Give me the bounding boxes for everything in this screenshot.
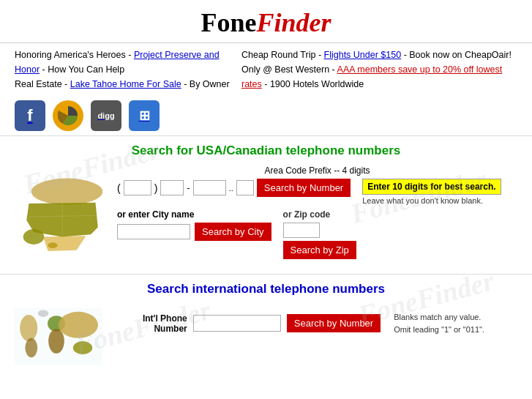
ext-input[interactable] bbox=[236, 180, 254, 195]
usa-section-title: Search for USA/Canadian telephone number… bbox=[15, 143, 517, 158]
intl-note-line3: Omit leading bbox=[394, 325, 439, 334]
facebook-icon: f bbox=[15, 100, 45, 131]
zip-group: or Zip code Search by Zip bbox=[283, 209, 356, 259]
intl-phone-input[interactable] bbox=[193, 315, 281, 332]
number-input[interactable] bbox=[193, 180, 226, 195]
usa-section: FoneFinder FoneFinder Search for USA/Can… bbox=[0, 135, 532, 271]
leave-tip: Leave what you don't know blank. bbox=[362, 196, 483, 205]
city-input-row: Search by City bbox=[117, 223, 271, 241]
digg-icon: digg bbox=[91, 100, 121, 131]
phone-label: Area Code Prefix -- 4 digits bbox=[117, 165, 517, 176]
intl-note: Blanks match any value. Omit leading "1"… bbox=[394, 311, 484, 335]
pie-chart-icon bbox=[53, 100, 83, 131]
ad-left-1: Honoring America's Heroes - Project Pres… bbox=[15, 48, 241, 77]
svg-point-11 bbox=[20, 315, 37, 341]
phone-and-tip: ( ) - .. Search by Number Enter 10 digit… bbox=[117, 179, 517, 205]
svg-point-9 bbox=[59, 312, 98, 338]
ads-right: Cheap Round Trip - Flights Under $150 - … bbox=[241, 48, 517, 92]
intl-label-line1: Int'l Phone bbox=[143, 313, 187, 324]
city-label: or enter City name bbox=[117, 209, 271, 220]
phone-row: ( ) - .. Search by Number bbox=[117, 179, 351, 197]
search-by-zip-btn[interactable]: Search by Zip bbox=[283, 241, 356, 259]
zip-label: or Zip code bbox=[283, 209, 356, 220]
svg-point-8 bbox=[48, 329, 64, 354]
intl-phone-label: Int'l Phone Number bbox=[143, 313, 187, 334]
digg-icon-link[interactable]: digg bbox=[91, 100, 121, 131]
intl-section-title: Search international telephone numbers bbox=[15, 282, 517, 297]
usa-form: Area Code Prefix -- 4 digits ( ) - .. Se… bbox=[117, 165, 517, 259]
social-row: f digg ⊞ bbox=[0, 96, 532, 135]
intl-label-line2: Number bbox=[143, 324, 187, 334]
zip-input[interactable] bbox=[283, 223, 320, 238]
search-by-city-btn[interactable]: Search by City bbox=[195, 223, 271, 241]
flights-link[interactable]: Flights Under $150 bbox=[324, 50, 402, 60]
logo-fone: Fone bbox=[201, 8, 256, 37]
ads-left: Honoring America's Heroes - Project Pres… bbox=[15, 48, 241, 92]
svg-point-2 bbox=[23, 229, 45, 245]
phone-search-block: ( ) - .. Search by Number bbox=[117, 179, 351, 203]
city-input[interactable] bbox=[117, 224, 190, 239]
ad-right-1: Cheap Round Trip - Flights Under $150 - … bbox=[241, 48, 517, 62]
ad-left-2: Real Estate - Lake Tahoe Home For Sale -… bbox=[15, 77, 241, 92]
zip-input-row bbox=[283, 223, 356, 238]
svg-point-10 bbox=[73, 341, 92, 354]
city-group: or enter City name Search by City bbox=[117, 209, 271, 241]
ad-right-2: Only @ Best Western - AAA members save u… bbox=[241, 62, 517, 92]
project-preserve-link[interactable]: Project Preserve and Honor bbox=[15, 50, 220, 75]
svg-point-1 bbox=[31, 179, 103, 205]
area-code-input[interactable] bbox=[124, 180, 151, 195]
intl-search-by-number-btn[interactable]: Search by Number bbox=[287, 314, 381, 332]
svg-point-12 bbox=[25, 338, 37, 357]
paren-open: ( bbox=[117, 182, 121, 194]
tip-block: Enter 10 digits for best search. Leave w… bbox=[362, 179, 501, 205]
ads-row: Honoring America's Heroes - Project Pres… bbox=[0, 43, 532, 96]
logo-area: FoneFinder bbox=[0, 0, 532, 43]
world-map bbox=[15, 304, 102, 370]
delicious-icon: ⊞ bbox=[129, 100, 160, 131]
facebook-icon-link[interactable]: f bbox=[15, 100, 45, 131]
intl-content: Int'l Phone Number Search by Number Blan… bbox=[15, 304, 517, 370]
prefix-input[interactable] bbox=[160, 180, 184, 195]
delicious-icon-link[interactable]: ⊞ bbox=[129, 100, 160, 131]
aaa-link[interactable]: AAA members save up to 20% off lowest ra… bbox=[241, 64, 502, 89]
pie-chart-icon-link[interactable] bbox=[53, 100, 83, 131]
usa-content: Area Code Prefix -- 4 digits ( ) - .. Se… bbox=[15, 165, 517, 261]
svg-point-13 bbox=[38, 310, 48, 317]
intl-phone-row: Int'l Phone Number Search by Number Blan… bbox=[143, 311, 484, 335]
dash: - bbox=[187, 182, 190, 193]
intl-note-line4: "1" or "011". bbox=[441, 325, 484, 334]
logo-finder: Finder bbox=[256, 8, 331, 37]
yellow-tip: Enter 10 digits for best search. bbox=[362, 179, 501, 195]
city-zip-row: or enter City name Search by City or Zip… bbox=[117, 209, 517, 259]
intl-section: FoneFinder FoneFinder Search internation… bbox=[0, 274, 532, 380]
paren-close: ) bbox=[154, 182, 158, 194]
intl-form: Int'l Phone Number Search by Number Blan… bbox=[110, 304, 517, 335]
search-by-number-btn[interactable]: Search by Number bbox=[257, 179, 351, 197]
intl-note-line2: any value. bbox=[444, 313, 481, 321]
lake-tahoe-link[interactable]: Lake Tahoe Home For Sale bbox=[70, 79, 181, 89]
intl-note-line1: Blanks match bbox=[394, 313, 442, 321]
dot-ext: .. bbox=[229, 184, 233, 193]
usa-map bbox=[15, 165, 110, 261]
